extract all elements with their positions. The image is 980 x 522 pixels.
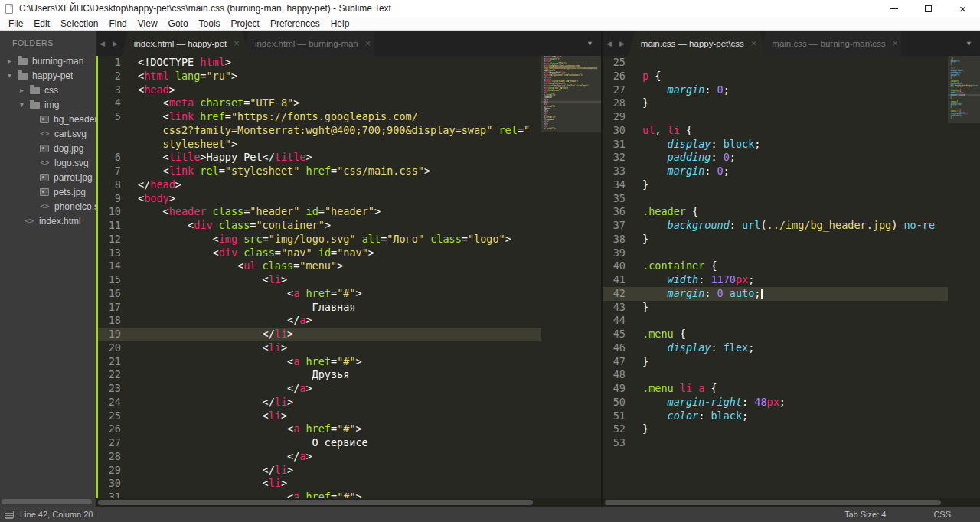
sidebar-scrollbar-thumb[interactable] (2, 499, 92, 504)
tab-scroll-left-icon[interactable]: ◀ (96, 31, 109, 56)
horizontal-scrollbar-thumb[interactable] (605, 500, 941, 505)
code-line[interactable]: 39 (603, 246, 980, 260)
code-line[interactable]: 49.menu li a { (603, 382, 980, 396)
file-item-dog-jpg[interactable]: dog.jpg (0, 141, 96, 155)
code-line[interactable]: 21 <a href="#"> (98, 355, 601, 369)
syntax-selector[interactable]: CSS (933, 510, 951, 519)
tab-close-icon[interactable]: × (365, 38, 371, 48)
menu-project[interactable]: Project (226, 18, 265, 29)
editor-left[interactable]: 1<!DOCTYPE html>2<html lang="ru">3<head>… (96, 56, 601, 507)
folder-item-img[interactable]: ▾img (0, 97, 96, 112)
code-line[interactable]: 26 <a href="#"> (98, 422, 601, 436)
code-line[interactable]: 22 Друзья (98, 368, 601, 382)
code-line[interactable]: 34} (603, 178, 980, 192)
code-line[interactable]: 12 <img src="img/logo.svg" alt="Лого" cl… (98, 233, 601, 246)
code-line[interactable]: 29 </li> (98, 464, 601, 478)
folder-item-burning-man[interactable]: ▸burning-man (0, 54, 96, 68)
code-line[interactable]: 17 Главная (98, 301, 601, 315)
code-line[interactable]: 44 (603, 314, 980, 328)
close-button[interactable]: × (946, 0, 980, 17)
status-panel-icon[interactable] (5, 511, 14, 519)
code-line[interactable]: 35 (603, 192, 980, 206)
code-line[interactable]: 50 margin-right: 48px; (603, 396, 980, 409)
code-line[interactable]: 15 <li> (98, 273, 601, 287)
menu-goto[interactable]: Goto (163, 18, 194, 29)
maximize-button[interactable] (911, 0, 946, 17)
expand-arrow-icon[interactable]: ▸ (20, 86, 30, 94)
file-item-index-html[interactable]: <>index.html (0, 214, 96, 228)
code-line[interactable]: 10 <header class="header" id="header"> (98, 205, 601, 219)
menu-tools[interactable]: Tools (194, 18, 226, 29)
menu-find[interactable]: Find (103, 18, 132, 29)
code-line[interactable]: 46 display: flex; (603, 341, 980, 355)
tab-scroll-right-icon[interactable]: ▶ (616, 31, 629, 56)
tab-scroll-right-icon[interactable]: ▶ (109, 31, 122, 56)
code-line[interactable]: 45.menu { (603, 328, 980, 341)
menu-edit[interactable]: Edit (28, 18, 55, 29)
code-line[interactable]: 37 background: url(../img/bg_header.jpg)… (603, 219, 980, 233)
code-lines[interactable]: 1<!DOCTYPE html>2<html lang="ru">3<head>… (98, 56, 601, 507)
tab-overflow-icon[interactable]: ▼ (579, 31, 601, 56)
menu-selection[interactable]: Selection (55, 18, 103, 29)
minimize-button[interactable] (877, 0, 911, 17)
code-line[interactable]: 13 <div class="nav" id="nav"> (98, 246, 601, 260)
code-line[interactable]: 18 </a> (98, 314, 601, 328)
expand-arrow-icon[interactable]: ▸ (8, 57, 18, 65)
code-line[interactable]: 27 margin: 0; (603, 83, 980, 97)
file-item-logo-svg[interactable]: <>logo.svg (0, 155, 96, 170)
file-item-parrot-jpg[interactable]: parrot.jpg (0, 170, 96, 184)
code-line[interactable]: 3<head> (98, 83, 601, 97)
code-line[interactable]: 7 <link rel="stylesheet" href="css/main.… (98, 165, 601, 178)
collapse-arrow-icon[interactable]: ▾ (8, 71, 18, 80)
code-line[interactable]: 41 width: 1170px; (603, 273, 980, 287)
code-line[interactable]: 2<html lang="ru"> (98, 70, 601, 83)
menu-help[interactable]: Help (325, 18, 355, 29)
code-line[interactable]: 47} (603, 355, 980, 369)
file-item-pets-jpg[interactable]: pets.jpg (0, 184, 96, 199)
code-line[interactable]: 33 margin: 0; (603, 165, 980, 178)
tab-close-icon[interactable]: × (893, 38, 899, 48)
code-line[interactable]: 38} (603, 233, 980, 246)
tab-main-css-burning-man-css[interactable]: main.css — burning-man\css× (760, 31, 901, 56)
code-line[interactable]: 43} (603, 301, 980, 315)
menu-file[interactable]: File (3, 18, 28, 29)
menu-view[interactable]: View (132, 18, 163, 29)
code-line[interactable]: 53 (603, 436, 980, 450)
code-line[interactable]: 48 (603, 368, 980, 382)
file-item-cart-svg[interactable]: <>cart.svg (0, 126, 96, 141)
code-line[interactable]: 26p { (603, 70, 980, 83)
tab-overflow-icon[interactable]: ▼ (958, 31, 980, 56)
code-line[interactable]: 36.header { (603, 205, 980, 219)
code-line[interactable]: 24 </li> (98, 396, 601, 409)
code-line[interactable]: 30ul, li { (603, 124, 980, 138)
code-line[interactable]: 14 <ul class="menu"> (98, 259, 601, 273)
menu-preferences[interactable]: Preferences (265, 18, 325, 29)
folder-item-css[interactable]: ▸css (0, 83, 96, 97)
minimap[interactable]: 2526p {27 margin: 0;28}2930ul, li {31 di… (948, 56, 980, 507)
tab-close-icon[interactable]: × (234, 38, 240, 48)
tab-index-html-burning-man[interactable]: index.html — burning-man× (243, 31, 374, 56)
code-line[interactable]: 42 margin: 0 auto; (603, 287, 980, 301)
tab-close-icon[interactable]: × (751, 38, 757, 48)
code-line[interactable]: 40.container { (603, 259, 980, 273)
folder-item-happy-pet[interactable]: ▾happy-pet (0, 68, 96, 83)
minimap[interactable]: 1<!DOCTYPE html>2<html lang="ru">3<head>… (541, 56, 601, 507)
code-line[interactable]: 28 </a> (98, 450, 601, 464)
code-line[interactable]: 25 (603, 56, 980, 70)
code-line[interactable]: 1<!DOCTYPE html> (98, 56, 601, 70)
code-line[interactable]: 6 <title>Happy Pet</title> (98, 151, 601, 165)
code-line[interactable]: 25 <li> (98, 409, 601, 423)
file-item-bg-header[interactable]: bg_header. (0, 112, 96, 126)
code-line[interactable]: 28} (603, 96, 980, 110)
tab-scroll-left-icon[interactable]: ◀ (603, 31, 616, 56)
code-line[interactable]: 11 <div class="container"> (98, 219, 601, 233)
code-line[interactable]: 16 <a href="#"> (98, 287, 601, 301)
code-line[interactable]: css2?family=Montserrat:wght@400;700;900&… (98, 124, 601, 138)
file-item-phoneico-s[interactable]: <>phoneico.s (0, 199, 96, 214)
editor-right[interactable]: 2526p {27 margin: 0;28}2930ul, li {31 di… (603, 56, 980, 507)
code-line[interactable]: 5 <link href="https://fonts.googleapis.c… (98, 110, 601, 124)
code-line[interactable]: 20 <li> (98, 341, 601, 355)
code-line[interactable]: 29 (603, 110, 980, 124)
code-line[interactable]: 27 О сервисе (98, 436, 601, 450)
code-line[interactable]: 19 </li> (98, 328, 601, 341)
